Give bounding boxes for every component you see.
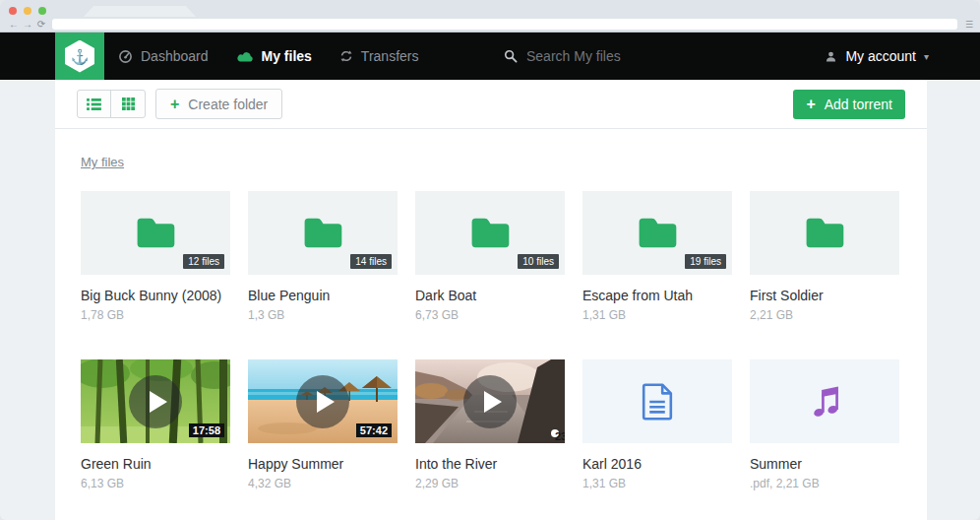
transfers-refresh-icon	[339, 49, 353, 63]
music-note-icon	[805, 382, 844, 422]
nav-label: Dashboard	[141, 48, 209, 64]
file-size: 2,29 GB	[415, 477, 565, 490]
file-size: 6,13 GB	[81, 477, 230, 490]
dashboard-gauge-icon	[118, 49, 133, 64]
file-count-badge: 19 files	[685, 254, 726, 269]
file-name: First Soldier	[750, 288, 899, 303]
list-view-button[interactable]	[78, 91, 111, 117]
close-window-button[interactable]	[9, 7, 17, 15]
search-input[interactable]	[526, 48, 733, 64]
nav-item-my-files[interactable]: My files	[236, 48, 312, 64]
file-name: Into the River	[415, 456, 565, 472]
add-torrent-label: Add torrent	[825, 97, 892, 112]
breadcrumb[interactable]: My files	[81, 155, 124, 169]
search-box	[504, 32, 733, 80]
file-card-folder[interactable]: First Soldier 2,21 GB	[750, 191, 899, 322]
video-tile: 23:49	[415, 359, 565, 443]
file-size: 1,31 GB	[582, 477, 732, 490]
window-controls	[9, 7, 46, 15]
add-torrent-button[interactable]: + Add torrent	[793, 90, 905, 119]
nav-label: My files	[262, 48, 312, 64]
logo-hexagon: ⚓	[65, 40, 94, 73]
audio-tile	[750, 359, 899, 443]
search-icon	[504, 49, 518, 63]
reload-icon[interactable]: ⟳	[34, 20, 48, 30]
browser-menu-icon[interactable]: ☰	[965, 20, 973, 30]
back-icon[interactable]: ←	[7, 20, 21, 30]
view-toggle	[77, 90, 146, 118]
file-size: 1,3 GB	[248, 308, 398, 322]
list-view-icon	[87, 98, 101, 110]
folder-icon	[635, 215, 680, 251]
browser-chrome: ← → ⟳ ☰	[0, 0, 980, 32]
plus-icon: +	[806, 97, 815, 112]
folder-icon	[300, 215, 345, 251]
file-count-badge: 10 files	[518, 254, 559, 269]
document-tile	[582, 359, 732, 443]
cloud-icon	[236, 50, 254, 63]
folder-tile: 19 files	[582, 191, 732, 275]
main-nav: Dashboard My files Transfers	[118, 32, 418, 80]
file-name: Summer	[750, 456, 899, 472]
file-card-video[interactable]: 17:58 Green Ruin 6,13 GB	[81, 359, 230, 490]
folder-tile: 14 files	[248, 191, 398, 275]
browser-toolbar: ← → ⟳ ☰	[0, 17, 980, 32]
folder-tile: 12 files	[81, 191, 230, 275]
file-size: 6,73 GB	[415, 308, 565, 322]
folder-icon	[467, 215, 513, 251]
create-folder-button[interactable]: + Create folder	[155, 89, 282, 119]
file-card-video[interactable]: 23:49 Into the River 2,29 GB	[415, 359, 565, 490]
grid-view-icon	[122, 98, 135, 110]
chevron-down-icon: ▾	[924, 51, 929, 62]
folder-tile	[750, 191, 899, 275]
file-name: Blue Penguin	[248, 288, 398, 303]
user-icon	[825, 50, 837, 63]
minimize-window-button[interactable]	[24, 7, 31, 15]
plus-icon: +	[170, 97, 179, 112]
file-card-folder[interactable]: 10 files Dark Boat 6,73 GB	[415, 191, 565, 322]
duration-badge: 17:58	[189, 423, 224, 437]
url-input[interactable]	[52, 19, 957, 30]
file-name: Happy Summer	[248, 456, 398, 472]
file-card-folder[interactable]: 12 files Big Buck Bunny (2008) 1,78 GB	[81, 191, 230, 322]
forward-icon[interactable]: →	[21, 20, 34, 30]
folder-tile: 10 files	[415, 191, 565, 275]
app-logo[interactable]: ⚓	[55, 32, 104, 80]
folder-icon	[133, 215, 178, 251]
file-size: 2,21 GB	[750, 308, 899, 322]
grid-view-button[interactable]	[111, 91, 145, 117]
nav-label: Transfers	[361, 48, 419, 64]
file-card-folder[interactable]: 19 files Escape from Utah 1,31 GB	[582, 191, 732, 322]
file-card-audio[interactable]: Summer .pdf, 2,21 GB	[750, 359, 899, 490]
video-tile: 57:42	[248, 359, 398, 443]
account-menu[interactable]: My account ▾	[825, 32, 929, 80]
files-grid: 12 files Big Buck Bunny (2008) 1,78 GB 1…	[81, 191, 901, 490]
file-size: 1,78 GB	[81, 308, 230, 322]
browser-tab[interactable]	[84, 6, 196, 17]
play-icon	[129, 375, 182, 428]
zoom-window-button[interactable]	[38, 7, 46, 15]
file-card-document[interactable]: Karl 2016 1,31 GB	[582, 359, 732, 490]
duration-badge: 57:42	[356, 423, 392, 437]
file-count-badge: 14 files	[350, 254, 392, 269]
nav-item-dashboard[interactable]: Dashboard	[118, 48, 209, 64]
play-icon	[463, 375, 517, 428]
file-count-badge: 12 files	[183, 254, 224, 269]
nav-item-transfers[interactable]: Transfers	[339, 48, 419, 64]
file-name: Karl 2016	[582, 456, 732, 472]
folder-icon	[802, 215, 847, 251]
file-name: Dark Boat	[415, 288, 565, 303]
file-size: 4,32 GB	[248, 477, 398, 490]
app-window: ← → ⟳ ☰ ⚓ Dashboard	[0, 0, 980, 520]
video-tile: 17:58	[81, 359, 230, 443]
file-name: Green Ruin	[81, 456, 230, 472]
create-folder-label: Create folder	[188, 97, 268, 112]
file-card-video[interactable]: 57:42 Happy Summer 4,32 GB	[248, 359, 398, 490]
document-icon	[639, 381, 676, 422]
file-name: Big Buck Bunny (2008)	[81, 288, 230, 303]
anchor-icon: ⚓	[71, 49, 90, 64]
file-size: 1,31 GB	[582, 308, 732, 322]
duration-badge: 23:49	[551, 429, 559, 437]
file-card-folder[interactable]: 14 files Blue Penguin 1,3 GB	[248, 191, 398, 322]
files-toolbar: + Create folder + Add torrent	[55, 80, 927, 129]
